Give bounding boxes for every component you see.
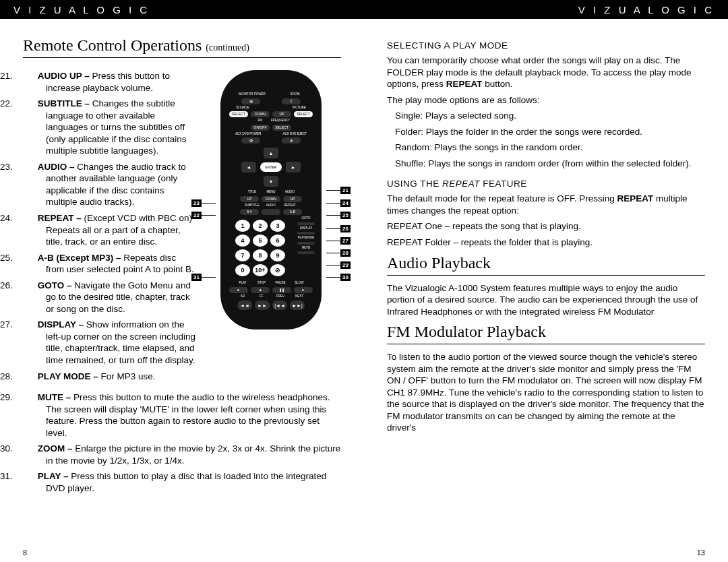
brand-logo: V I Z U A L O G I C bbox=[13, 4, 150, 15]
left-page: V I Z U A L O G I C Remote Control Opera… bbox=[0, 0, 364, 562]
callout-29: 29 bbox=[326, 261, 351, 269]
operation-item: 30. ZOOM – Enlarge the picture in the mo… bbox=[23, 443, 341, 466]
left-content: Remote Control Operations (continued) 21… bbox=[0, 19, 364, 495]
left-text-col: 21. AUDIO UP – Press this button to incr… bbox=[23, 65, 197, 386]
operation-item: 23. AUDIO – Changes the audio track to a… bbox=[23, 161, 197, 208]
p-audio: The Vizualogic A-1000 System features mu… bbox=[387, 282, 705, 318]
header-left: V I Z U A L O G I C bbox=[0, 0, 364, 19]
numpad: 123456789010+⊘ bbox=[235, 220, 285, 276]
operation-item: 22. SUBTITLE – Changes the subtitle lang… bbox=[23, 98, 197, 157]
p-fm: To listen to the audio portion of the vi… bbox=[387, 351, 705, 434]
operation-item: 28. PLAY MODE – For MP3 use. bbox=[23, 371, 197, 383]
playmode-option: Shuffle: Plays the songs in random order… bbox=[395, 158, 705, 170]
p-repeat-folder: REPEAT Folder – repeats the folder that … bbox=[387, 237, 705, 249]
operation-item: 21. AUDIO UP – Press this button to incr… bbox=[23, 70, 197, 94]
operation-item: 27. DISPLAY – Show information on the le… bbox=[23, 319, 197, 366]
right-page: V I Z U A L O G I C SELECTING A PLAY MOD… bbox=[364, 0, 728, 562]
right-content: SELECTING A PLAY MODE You can temporaril… bbox=[364, 19, 728, 434]
callout-31: 31 bbox=[191, 274, 216, 281]
header-right: V I Z U A L O G I C bbox=[364, 0, 728, 19]
page-number-right: 13 bbox=[697, 549, 705, 557]
playmode-option: Random: Plays the songs in the random or… bbox=[395, 142, 705, 154]
operation-item: 26. GOTO – Navigate the Goto Menu and go… bbox=[23, 280, 197, 315]
dpad: ▲ ◄ ► ▼ ENTER bbox=[237, 146, 305, 188]
callout-27: 27 bbox=[326, 237, 351, 245]
p-repeat-one: REPEAT One – repeats the song that is pl… bbox=[387, 220, 705, 232]
subhead-playmode: SELECTING A PLAY MODE bbox=[387, 40, 705, 51]
operation-item: 31. PLAY – Press this button to play a d… bbox=[23, 470, 341, 494]
remote-diagram: MONITOR POWERZOOM ⏻Z SOURCEPICTURE SELEC… bbox=[204, 65, 338, 386]
callout-26: 26 bbox=[326, 225, 351, 232]
section-title-audio: Audio Playback bbox=[387, 254, 705, 276]
subhead-repeat: USING THE REPEAT FEATURE bbox=[387, 179, 705, 189]
title-sub: (continued) bbox=[206, 42, 249, 53]
remote-body: MONITOR POWERZOOM ⏻Z SOURCEPICTURE SELEC… bbox=[220, 70, 322, 330]
left-columns: 21. AUDIO UP – Press this button to incr… bbox=[23, 65, 341, 386]
operations-list-a: 21. AUDIO UP – Press this button to incr… bbox=[23, 70, 197, 382]
transport-row: ◄◄ ►► |◄◄ ►►| bbox=[227, 301, 315, 310]
callout-30: 30 bbox=[326, 274, 351, 281]
operation-item: 24. REPEAT – (Except VCD with PBC on) Re… bbox=[23, 212, 197, 248]
playmode-options: Single: Plays a selected song.Folder: Pl… bbox=[387, 110, 705, 169]
title-text: Remote Control Operations bbox=[23, 36, 202, 54]
p-repeat-intro: The default mode for the repeat feature … bbox=[387, 193, 705, 216]
section-title-fm: FM Modulator Playback bbox=[387, 323, 705, 344]
playmode-option: Single: Plays a selected song. bbox=[395, 110, 705, 122]
brand-logo-right: V I Z U A L O G I C bbox=[578, 4, 715, 15]
callout-21: 21 bbox=[326, 187, 351, 194]
playmode-option: Folder: Plays the folder in the order th… bbox=[395, 126, 705, 138]
callout-28: 28 bbox=[326, 249, 351, 257]
page-number-left: 8 bbox=[23, 549, 27, 557]
p-playmode-intro: You can temporarily choose what order th… bbox=[387, 55, 705, 90]
p-options-intro: The play mode options are as follows: bbox=[387, 94, 705, 106]
operation-item: 25. A-B (Except MP3) – Repeats disc from… bbox=[23, 252, 197, 276]
callout-25: 25 bbox=[326, 212, 351, 219]
section-title-remote: Remote Control Operations (continued) bbox=[23, 36, 341, 58]
side-buttons: GOTO DISPLAY PLAYMODE MUTE bbox=[297, 217, 315, 279]
operations-list-b: 29. MUTE – Press this button to mute the… bbox=[23, 392, 341, 494]
callout-23: 23 bbox=[191, 199, 216, 207]
callout-22: 22 bbox=[191, 212, 216, 219]
page-spread: V I Z U A L O G I C Remote Control Opera… bbox=[0, 0, 728, 562]
operation-item: 29. MUTE – Press this button to mute the… bbox=[23, 392, 341, 439]
callout-24: 24 bbox=[326, 199, 351, 207]
